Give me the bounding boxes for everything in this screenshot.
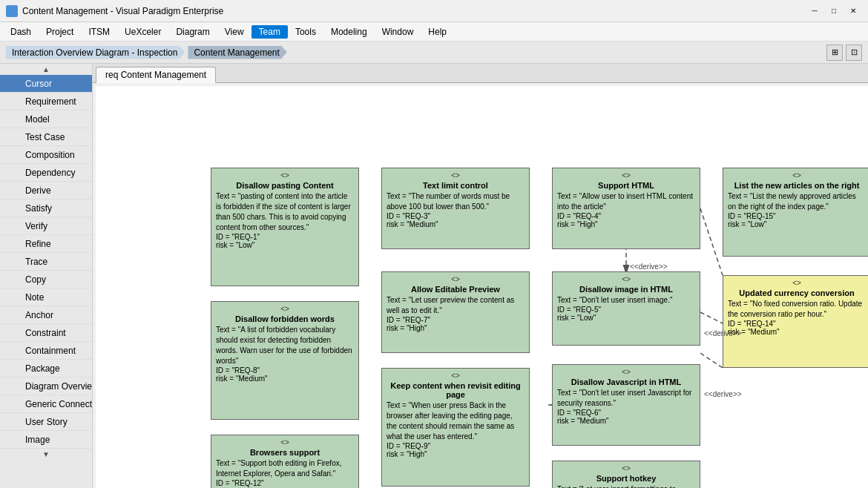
sidebar-item-refine[interactable]: Refine	[0, 235, 92, 253]
maximize-button[interactable]: □	[825, 4, 843, 19]
sidebar-item-constraint[interactable]: Constraint	[0, 324, 92, 342]
sidebar-label: Anchor	[25, 310, 53, 320]
sidebar-label: Constraint	[25, 328, 66, 338]
sidebar-item-cursor[interactable]: Cursor	[0, 75, 92, 93]
req-card-c5[interactable]: <> Allow Editable Preview Text = "Let us…	[381, 271, 530, 353]
sidebar-item-user-story[interactable]: User Story	[0, 413, 92, 431]
menu-item-itsm[interactable]: ITSM	[81, 25, 117, 39]
card-title: Disallow Javascript in HTML	[557, 377, 695, 386]
card-title: Browsers support	[216, 448, 354, 457]
sidebar-item-containment[interactable]: Containment	[0, 342, 92, 360]
card-title: Disallow forbidden words	[216, 314, 354, 323]
sidebar-label: Requirement	[25, 96, 76, 107]
breadcrumb-icon-2[interactable]: ⊡	[846, 44, 862, 61]
card-id: ID = "REQ-4"	[557, 212, 695, 220]
sidebar-item-model[interactable]: Model	[0, 111, 92, 128]
req-card-c6[interactable]: <> Disallow image in HTML Text = "Don't …	[552, 271, 700, 346]
diagram-area[interactable]: <> Disallow pasting Content Text = "past…	[93, 83, 868, 488]
req-card-c2[interactable]: <> Text limit control Text = "The number…	[381, 168, 530, 249]
req-card-c12[interactable]: <> Support hotkey Text = "Let user inser…	[552, 461, 700, 488]
sidebar: ▲CursorRequirementModelTest CaseComposit…	[0, 64, 93, 488]
card-title: Disallow image in HTML	[557, 285, 695, 294]
sidebar-item-note[interactable]: Note	[0, 288, 92, 306]
sidebar-scroll-up[interactable]: ▲	[0, 64, 92, 75]
breadcrumb-item-1[interactable]: Interaction Overview Diagram - Inspectio…	[6, 46, 185, 59]
req-card-c7[interactable]: <> Updated currency conversion Text = "N…	[723, 275, 868, 368]
sidebar-item-verify[interactable]: Verify	[0, 217, 92, 235]
card-stereotype: <>	[557, 171, 695, 179]
menu-item-diagram[interactable]: Diagram	[168, 25, 217, 39]
svg-line-3	[700, 353, 723, 368]
menu-item-modeling[interactable]: Modeling	[323, 25, 375, 39]
menu-item-dash[interactable]: Dash	[3, 25, 39, 39]
req-card-c9[interactable]: <> Disallow Javascript in HTML Text = "D…	[552, 364, 700, 446]
derive-label-1: <<derive>>	[704, 329, 742, 337]
card-body: Text = "The number of words must be abov…	[387, 191, 525, 212]
sidebar-item-trace[interactable]: Trace	[0, 253, 92, 271]
sidebar-label: Containment	[25, 346, 76, 356]
card-stereotype: <>	[557, 464, 695, 472]
tab-req-content-management[interactable]: req Content Management	[96, 67, 216, 83]
sidebar-item-generic-connector[interactable]: Generic Connector	[0, 395, 92, 413]
minimize-button[interactable]: ─	[806, 4, 823, 19]
card-stereotype: <>	[387, 171, 525, 179]
card-id: ID = "REQ-6"	[557, 409, 695, 417]
card-body: Text = "Don't let user insert image."	[557, 295, 695, 306]
title-bar: Content Management - Visual Paradigm Ent…	[0, 0, 868, 22]
sidebar-item-package[interactable]: Package	[0, 360, 92, 377]
card-body: Text = "List the newly approved articles…	[728, 191, 866, 212]
breadcrumb-icons: ⊞ ⊡	[826, 44, 862, 61]
menu-item-team[interactable]: Team	[251, 25, 288, 39]
sidebar-item-test-case[interactable]: Test Case	[0, 128, 92, 146]
card-stereotype: <>	[557, 275, 695, 283]
sidebar-label: Composition	[25, 150, 75, 160]
menu-item-help[interactable]: Help	[421, 25, 454, 39]
menu-bar: DashProjectITSMUeXcelerDiagramViewTeamTo…	[0, 22, 868, 42]
req-card-c10[interactable]: <> Keep content when revisit editing pag…	[381, 368, 530, 487]
req-card-c1[interactable]: <> Disallow pasting Content Text = "past…	[211, 168, 359, 286]
menu-item-uexceler[interactable]: UeXceler	[117, 25, 168, 39]
card-title: List the new articles on the right	[728, 181, 866, 190]
sidebar-item-satisfy[interactable]: Satisfy	[0, 200, 92, 217]
sidebar-label: Note	[25, 292, 44, 303]
menu-item-project[interactable]: Project	[39, 25, 81, 39]
sidebar-item-derive[interactable]: Derive	[0, 182, 92, 200]
sidebar-item-anchor[interactable]: Anchor	[0, 306, 92, 324]
req-card-c8[interactable]: <> Disallow forbidden words Text = "A li…	[211, 301, 359, 420]
card-stereotype: <>	[216, 305, 354, 313]
card-risk: risk = "High"	[387, 324, 525, 332]
card-body: Text = "No fixed conversion ratio. Updat…	[728, 299, 866, 320]
sidebar-item-requirement[interactable]: Requirement	[0, 93, 92, 111]
sidebar-label: Copy	[25, 274, 46, 285]
sidebar-label: Trace	[25, 257, 47, 267]
req-card-c11[interactable]: <> Browsers support Text = "Support both…	[211, 435, 359, 488]
breadcrumb-icon-1[interactable]: ⊞	[826, 44, 843, 61]
card-id: ID = "REQ-1"	[216, 233, 354, 241]
card-body: Text = "Allow user to insert HTML conten…	[557, 191, 695, 212]
menu-item-tools[interactable]: Tools	[288, 25, 323, 39]
card-risk: risk = "Low"	[728, 220, 866, 228]
card-title: Updated currency conversion	[728, 288, 866, 297]
sidebar-item-image[interactable]: Image	[0, 431, 92, 449]
sidebar-label: Refine	[25, 239, 51, 249]
sidebar-label: Generic Connector	[25, 399, 93, 409]
sidebar-item-composition[interactable]: Composition	[0, 146, 92, 164]
menu-item-window[interactable]: Window	[375, 25, 421, 39]
sidebar-scroll-down[interactable]: ▼	[0, 449, 92, 460]
req-card-c3[interactable]: <> Support HTML Text = "Allow user to in…	[552, 168, 700, 249]
card-body: Text = "Don't let user insert Javascript…	[557, 388, 695, 409]
breadcrumb-item-2[interactable]: Content Management	[188, 46, 286, 59]
menu-item-view[interactable]: View	[217, 25, 251, 39]
app-icon	[6, 5, 18, 17]
card-body: Text = "Let user preview the content as …	[387, 295, 525, 316]
sidebar-item-dependency[interactable]: Dependency	[0, 164, 92, 182]
card-title: Support hotkey	[557, 474, 695, 483]
card-stereotype: <>	[557, 368, 695, 376]
sidebar-item-diagram-overview[interactable]: Diagram Overview	[0, 377, 92, 395]
req-card-c4[interactable]: <> List the new articles on the right Te…	[723, 168, 868, 257]
sidebar-item-copy[interactable]: Copy	[0, 271, 92, 288]
card-risk: risk = "Low"	[557, 314, 695, 322]
card-body: Text = "Let user insert formattings to c…	[557, 484, 695, 488]
card-id: ID = "REQ-5"	[557, 306, 695, 314]
close-button[interactable]: ✕	[844, 4, 862, 19]
